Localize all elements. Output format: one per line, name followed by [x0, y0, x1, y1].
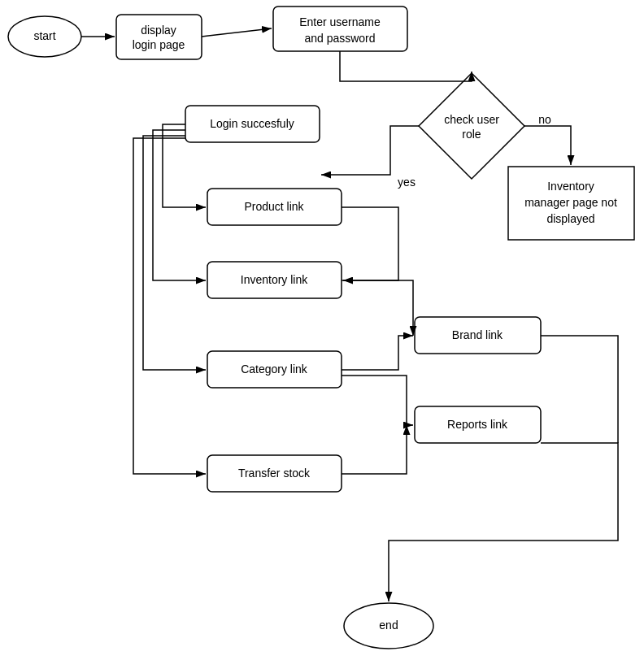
display-login-label2: login page	[133, 38, 185, 51]
start-label: start	[33, 29, 55, 42]
login-success-label: Login succesfuly	[210, 117, 294, 130]
display-login-label: display	[141, 24, 176, 37]
flowchart-diagram: start display login page Enter username …	[0, 0, 644, 660]
check-role-label1: check user	[444, 113, 499, 126]
arrow-display-creds	[202, 28, 272, 37]
end-label: end	[379, 619, 398, 632]
arrow-login-inventory	[153, 130, 206, 280]
display-login-node	[116, 15, 202, 59]
inv-not-label3: displayed	[546, 212, 594, 225]
arrow-brand-right	[541, 336, 618, 443]
arrow-category-reports	[342, 376, 413, 425]
check-role-label2: role	[462, 128, 481, 141]
check-role-node	[419, 73, 524, 179]
brand-link-label: Brand link	[452, 328, 503, 341]
arrow-category-brand	[342, 336, 413, 370]
arrow-check-inv	[524, 126, 571, 165]
category-link-label: Category link	[241, 363, 308, 376]
arrow-inventory-brand	[342, 280, 413, 336]
arrow-creds-check	[340, 51, 472, 81]
inventory-link-label: Inventory link	[241, 273, 308, 286]
arrow-reports-end	[389, 443, 618, 601]
arrow-login-transfer	[133, 138, 206, 474]
enter-creds-label2: and password	[304, 32, 375, 45]
enter-creds-node	[273, 7, 407, 51]
no-label: no	[538, 113, 551, 126]
transfer-stock-label: Transfer stock	[238, 467, 311, 480]
inv-not-label2: manager page not	[524, 196, 617, 209]
product-link-label: Product link	[244, 200, 304, 213]
enter-creds-label1: Enter username	[299, 15, 381, 28]
arrow-product-right	[342, 207, 398, 280]
yes-label: yes	[398, 176, 416, 189]
arrow-check-login	[321, 126, 419, 175]
arrow-transfer-reports	[342, 425, 407, 474]
reports-link-label: Reports link	[447, 418, 508, 431]
inv-not-label1: Inventory	[547, 180, 594, 193]
